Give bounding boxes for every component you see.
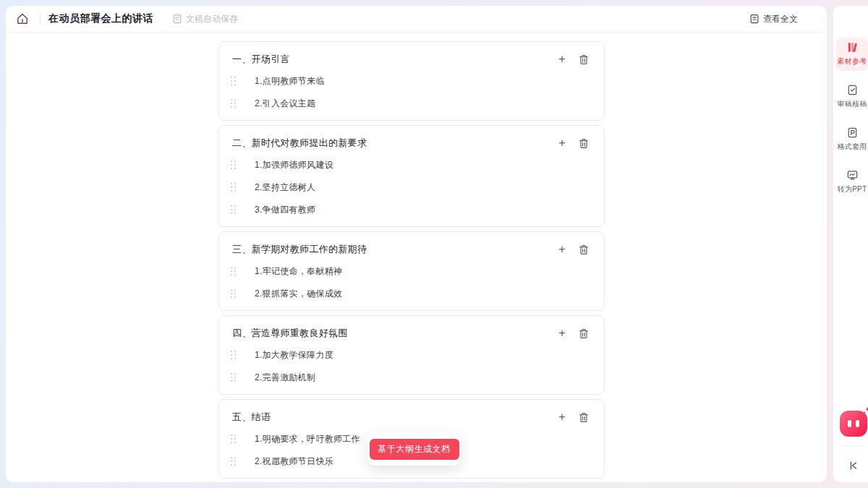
trash-icon <box>579 54 589 65</box>
sidebar-item-to-ppt[interactable]: 转为PPT <box>836 166 868 199</box>
subitem-text[interactable]: 2.祝愿教师节日快乐 <box>255 455 333 468</box>
section-header: 三、新学期对教师工作的新期待+ <box>232 242 591 257</box>
outline-section-card: 四、营造尊师重教良好氛围+1.加大教学保障力度2.完善激励机制 <box>218 315 605 395</box>
trash-icon <box>579 328 589 339</box>
sidebar-item-review-proof[interactable]: 审稿核稿 <box>836 80 868 114</box>
view-full-text-button[interactable]: 查看全文 <box>749 13 798 25</box>
drag-handle-icon[interactable] <box>231 205 237 215</box>
sidebar-item-label: 格式套用 <box>838 142 867 152</box>
outline-subitem: 3.争做四有教师 <box>231 199 591 221</box>
document-window: 在动员部署会上的讲话 文稿自动保存 查看全文 <box>6 6 827 482</box>
top-bar: 在动员部署会上的讲话 文稿自动保存 查看全文 <box>6 6 827 33</box>
robot-eye <box>856 420 859 427</box>
sidebar-item-label: 审稿核稿 <box>838 99 867 109</box>
app-background: 在动员部署会上的讲话 文稿自动保存 查看全文 <box>0 0 868 488</box>
add-subitem-button[interactable]: + <box>555 242 569 257</box>
drag-handle-icon[interactable] <box>231 373 237 382</box>
subitem-text[interactable]: 1.明确要求，呼吁教师工作 <box>255 433 360 445</box>
drag-handle-icon[interactable] <box>231 289 237 299</box>
material-reference-icon <box>846 41 859 53</box>
trash-icon <box>579 244 589 255</box>
delete-section-button[interactable] <box>576 410 591 424</box>
document-title: 在动员部署会上的讲话 <box>48 12 153 25</box>
sidebar-item-label: 素材参考 <box>838 56 867 67</box>
drag-handle-icon[interactable] <box>231 457 237 466</box>
subitem-text[interactable]: 2.引入会议主题 <box>255 98 315 110</box>
add-subitem-button[interactable]: + <box>555 52 569 67</box>
subitem-text[interactable]: 1.加强师德师风建设 <box>255 159 333 171</box>
drag-handle-icon[interactable] <box>231 267 237 276</box>
sidebar-divider <box>843 445 864 446</box>
delete-section-button[interactable] <box>576 242 591 257</box>
sidebar-tools: 素材参考审稿核稿格式套用转为PPT <box>835 38 868 208</box>
subitem-text[interactable]: 1.点明教师节来临 <box>255 75 325 87</box>
outline-section-card: 三、新学期对教师工作的新期待+1.牢记使命，奉献精神2.狠抓落实，确保成效 <box>218 231 605 311</box>
delete-section-button[interactable] <box>576 136 591 150</box>
section-title[interactable]: 二、新时代对教师提出的新要求 <box>232 137 555 150</box>
subitem-text[interactable]: 3.争做四有教师 <box>255 204 315 216</box>
sidebar-item-format-apply[interactable]: 格式套用 <box>836 123 868 156</box>
trash-icon <box>579 138 589 149</box>
outline-subitem: 2.坚持立德树人 <box>231 176 591 199</box>
delete-section-button[interactable] <box>576 326 591 341</box>
view-full-doc-icon <box>749 14 760 24</box>
view-full-label: 查看全文 <box>763 13 798 25</box>
delete-section-button[interactable] <box>576 52 591 67</box>
drag-handle-icon[interactable] <box>231 183 237 192</box>
to-ppt-icon <box>846 169 859 181</box>
outline-section-card: 一、开场引言+1.点明教师节来临2.引入会议主题 <box>218 41 605 121</box>
section-header: 一、开场引言+ <box>232 52 591 67</box>
add-subitem-button[interactable]: + <box>555 326 569 341</box>
autosave-status: 文稿自动保存 <box>172 13 238 25</box>
section-title[interactable]: 一、开场引言 <box>232 53 555 66</box>
topbar-divider <box>40 14 41 25</box>
assistant-robot-button[interactable] <box>840 411 867 437</box>
section-title[interactable]: 三、新学期对教师工作的新期待 <box>232 243 555 256</box>
collapse-sidebar-button[interactable] <box>846 458 861 474</box>
add-subitem-button[interactable]: + <box>555 410 569 424</box>
trash-icon <box>579 412 589 423</box>
format-apply-icon <box>846 127 859 139</box>
outline-subitem: 2.引入会议主题 <box>231 93 591 115</box>
section-header: 四、营造尊师重教良好氛围+ <box>232 326 591 341</box>
review-proof-icon <box>846 84 859 96</box>
autosave-label: 文稿自动保存 <box>186 13 238 25</box>
collapse-icon <box>848 460 859 471</box>
sidebar-item-material-reference[interactable]: 素材参考 <box>836 38 868 71</box>
section-header: 二、新时代对教师提出的新要求+ <box>232 136 591 150</box>
home-button[interactable] <box>13 9 32 28</box>
outline-subitem: 2.狠抓落实，确保成效 <box>231 283 591 305</box>
drag-handle-icon[interactable] <box>231 77 237 86</box>
right-sidebar: 素材参考审稿核稿格式套用转为PPT <box>833 6 868 482</box>
outline-editor: 一、开场引言+1.点明教师节来临2.引入会议主题二、新时代对教师提出的新要求+1… <box>218 41 605 482</box>
outline-subitem: 1.点明教师节来临 <box>231 70 591 93</box>
robot-eye <box>848 420 851 427</box>
generate-button-container: 基于大纲生成文档 <box>367 432 461 466</box>
outline-subitem: 2.完善激励机制 <box>231 367 591 389</box>
generate-document-button[interactable]: 基于大纲生成文档 <box>370 439 459 460</box>
subitem-text[interactable]: 1.牢记使命，奉献精神 <box>255 265 342 278</box>
drag-handle-icon[interactable] <box>231 435 237 444</box>
outline-subitem: 1.牢记使命，奉献精神 <box>231 260 591 283</box>
autosave-doc-icon <box>172 14 182 24</box>
home-icon <box>15 12 30 26</box>
subitem-text[interactable]: 2.完善激励机制 <box>255 372 315 384</box>
add-subitem-button[interactable]: + <box>555 136 569 150</box>
drag-handle-icon[interactable] <box>231 160 237 170</box>
subitem-text[interactable]: 2.坚持立德树人 <box>255 181 315 194</box>
section-title[interactable]: 五、结语 <box>232 411 555 424</box>
drag-handle-icon[interactable] <box>231 351 237 360</box>
sidebar-item-label: 转为PPT <box>838 184 867 194</box>
outline-subitem: 1.加强师德师风建设 <box>231 154 591 176</box>
section-header: 五、结语+ <box>232 410 591 424</box>
section-title[interactable]: 四、营造尊师重教良好氛围 <box>232 327 555 340</box>
subitem-text[interactable]: 2.狠抓落实，确保成效 <box>255 288 342 300</box>
drag-handle-icon[interactable] <box>231 99 237 108</box>
outline-subitem: 1.加大教学保障力度 <box>231 344 591 367</box>
outline-section-card: 二、新时代对教师提出的新要求+1.加强师德师风建设2.坚持立德树人3.争做四有教… <box>218 125 605 227</box>
subitem-text[interactable]: 1.加大教学保障力度 <box>255 349 333 361</box>
sparkle-icon <box>863 406 868 415</box>
